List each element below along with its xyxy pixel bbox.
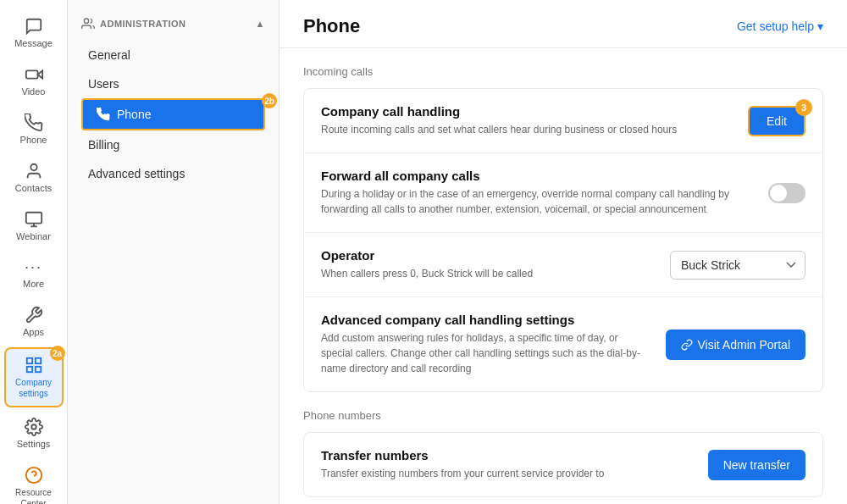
company-settings-label: Company settings <box>11 377 57 399</box>
sidebar-item-apps-wrap: Apps <box>4 299 64 344</box>
company-settings-icon <box>25 356 43 374</box>
forward-calls-toggle[interactable] <box>768 183 805 203</box>
svg-rect-3 <box>25 213 41 224</box>
incoming-calls-card: Company call handling Route incoming cal… <box>303 88 823 392</box>
sidebar-item-more-wrap: ··· More <box>4 252 64 296</box>
visit-admin-portal-label: Visit Admin Portal <box>698 338 790 352</box>
admin-icon <box>81 17 95 30</box>
message-icon <box>25 17 43 36</box>
nav-item-phone-wrap: Phone 2b <box>75 98 272 130</box>
operator-info: Operator When callers press 0, Buck Stri… <box>321 248 656 281</box>
svg-point-2 <box>30 164 36 170</box>
apps-label: Apps <box>23 327 44 337</box>
nav-item-phone[interactable]: Phone <box>81 98 265 130</box>
visit-admin-portal-button[interactable]: Visit Admin Portal <box>666 330 805 360</box>
company-call-handling-title: Company call handling <box>321 104 734 119</box>
edit-button-wrap: Edit 3 <box>748 106 805 136</box>
new-transfer-button[interactable]: New transfer <box>708 450 805 480</box>
phone-icon <box>25 114 43 132</box>
operator-row: Operator When callers press 0, Buck Stri… <box>304 233 822 297</box>
main-header: Phone Get setup help ▾ <box>280 0 847 48</box>
sidebar-item-contacts[interactable]: Contacts <box>4 155 64 200</box>
message-label: Message <box>14 38 53 48</box>
company-settings-badge: 2a <box>50 346 65 361</box>
company-call-handling-row: Company call handling Route incoming cal… <box>304 89 822 153</box>
webinar-label: Webinar <box>16 231 51 241</box>
sidebar-item-resource-center-wrap: Resource Center <box>4 459 64 504</box>
chevron-down-icon: ▾ <box>817 19 823 33</box>
resource-center-label: Resource Center <box>9 487 58 504</box>
svg-rect-0 <box>25 70 37 78</box>
sidebar-item-phone[interactable]: Phone <box>4 107 64 152</box>
sidebar-item-more[interactable]: ··· More <box>4 252 64 296</box>
sidebar-item-message-wrap: Message <box>4 10 64 55</box>
link-icon <box>681 339 693 351</box>
sidebar-item-contacts-wrap: Contacts <box>4 155 64 200</box>
nav-item-general[interactable]: General <box>68 41 279 69</box>
phone-nav-badge: 2b <box>262 93 277 108</box>
more-label: More <box>23 279 44 289</box>
svg-rect-7 <box>35 367 40 372</box>
settings-icon <box>25 418 43 436</box>
nav-phone-label: Phone <box>117 108 151 121</box>
content-area: Incoming calls Company call handling Rou… <box>280 48 847 504</box>
sidebar-item-company-settings-wrap: Company settings 2a <box>4 347 64 407</box>
video-label: Video <box>22 86 46 97</box>
operator-select[interactable]: Buck Strick Other <box>670 251 805 280</box>
sidebar-item-company-settings[interactable]: Company settings 2a <box>4 347 64 407</box>
sidebar-item-phone-wrap: Phone <box>4 107 64 152</box>
page-title: Phone <box>303 15 360 37</box>
edit-badge: 3 <box>795 99 812 116</box>
svg-point-11 <box>84 19 88 23</box>
nav-general-label: General <box>88 48 130 62</box>
more-icon: ··· <box>25 258 42 276</box>
contacts-icon <box>25 162 43 180</box>
video-icon <box>25 65 43 84</box>
sidebar-item-resource-center[interactable]: Resource Center <box>4 459 64 504</box>
setup-help-label: Get setup help <box>737 19 814 33</box>
company-call-handling-info: Company call handling Route incoming cal… <box>321 104 734 137</box>
forward-calls-desc: During a holiday or in the case of an em… <box>321 186 755 217</box>
setup-help-button[interactable]: Get setup help ▾ <box>737 19 823 33</box>
nav-users-label: Users <box>88 77 119 91</box>
transfer-numbers-title: Transfer numbers <box>321 448 695 462</box>
admin-header-left: Administration <box>81 17 186 30</box>
main-content: Phone Get setup help ▾ Incoming calls Co… <box>280 0 847 504</box>
sidebar-item-settings[interactable]: Settings <box>4 411 64 456</box>
chevron-up-icon[interactable]: ▲ <box>256 19 265 29</box>
nav-item-users[interactable]: Users <box>68 69 279 98</box>
webinar-icon <box>25 210 43 229</box>
transfer-numbers-info: Transfer numbers Transfer existing numbe… <box>321 448 695 481</box>
nav-item-advanced-settings[interactable]: Advanced settings <box>68 159 279 188</box>
settings-label: Settings <box>17 439 51 449</box>
phone-numbers-card: Transfer numbers Transfer existing numbe… <box>303 432 823 497</box>
forward-calls-info: Forward all company calls During a holid… <box>321 169 755 217</box>
operator-title: Operator <box>321 248 656 263</box>
operator-desc: When callers press 0, Buck Strick will b… <box>321 266 656 281</box>
incoming-calls-label: Incoming calls <box>303 65 823 78</box>
advanced-call-handling-desc: Add custom answering rules for holidays,… <box>321 330 652 376</box>
transfer-numbers-desc: Transfer existing numbers from your curr… <box>321 466 695 481</box>
contacts-label: Contacts <box>15 183 52 193</box>
phone-nav-label: Phone <box>20 135 47 145</box>
advanced-call-handling-info: Advanced company call handling settings … <box>321 313 652 376</box>
advanced-call-handling-title: Advanced company call handling settings <box>321 313 652 327</box>
phone-numbers-label: Phone numbers <box>303 409 823 422</box>
nav-billing-label: Billing <box>88 138 119 152</box>
sidebar-item-apps[interactable]: Apps <box>4 299 64 344</box>
svg-rect-6 <box>26 367 31 372</box>
forward-calls-row: Forward all company calls During a holid… <box>304 153 822 233</box>
advanced-call-handling-row: Advanced company call handling settings … <box>304 297 822 391</box>
sidebar-item-video[interactable]: Video <box>4 58 64 103</box>
company-call-handling-desc: Route incoming calls and set what caller… <box>321 122 734 137</box>
admin-label: Administration <box>100 19 186 29</box>
sidebar-item-webinar[interactable]: Webinar <box>4 203 64 248</box>
transfer-numbers-row: Transfer numbers Transfer existing numbe… <box>304 433 822 496</box>
sidebar-item-webinar-wrap: Webinar <box>4 203 64 248</box>
resource-center-icon <box>25 466 43 485</box>
nav-advanced-label: Advanced settings <box>88 167 185 180</box>
svg-rect-4 <box>26 358 31 363</box>
forward-calls-title: Forward all company calls <box>321 169 755 183</box>
nav-item-billing[interactable]: Billing <box>68 130 279 159</box>
sidebar-item-message[interactable]: Message <box>4 10 64 55</box>
